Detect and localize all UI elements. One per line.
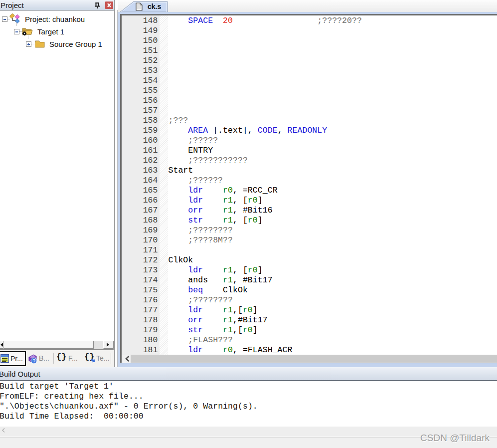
svg-text:?: ? [32,359,35,364]
